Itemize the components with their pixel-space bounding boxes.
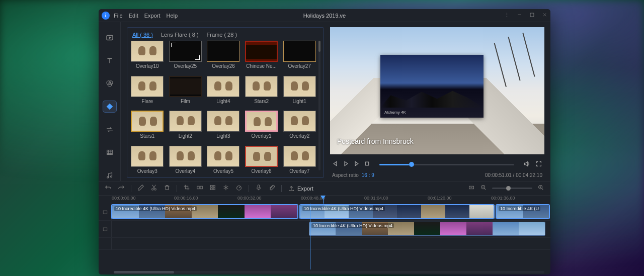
- timeline-tracks: 10 Incredible 4K (Ultra HD) Videos.mp4 1…: [99, 204, 550, 269]
- svg-marker-22: [355, 161, 358, 165]
- menu-edit[interactable]: Edit: [129, 13, 138, 19]
- video-track-2: 10 Incredible 4K (Ultra HD) Videos.mp4: [99, 221, 550, 238]
- timeline-horizontal-scrollbar[interactable]: [99, 269, 550, 274]
- svg-line-40: [542, 189, 543, 190]
- timeline-clip[interactable]: 10 Incredible 4K (Ultra HD) Videos.mp4: [300, 205, 494, 219]
- zoom-slider[interactable]: [492, 188, 532, 189]
- crop-icon[interactable]: [183, 184, 190, 193]
- tab-lens-flare[interactable]: Lens Flare ( 8 ): [161, 32, 199, 38]
- svg-rect-44: [103, 228, 107, 231]
- overlay-item[interactable]: Overlay27: [282, 41, 316, 73]
- svg-rect-28: [211, 186, 213, 188]
- aspect-ratio-value[interactable]: 16 : 9: [362, 172, 374, 178]
- svg-marker-8: [109, 37, 111, 38]
- delete-icon[interactable]: [164, 184, 171, 193]
- undo-icon[interactable]: [105, 184, 112, 193]
- svg-point-25: [154, 189, 156, 191]
- preview-pip-overlay: Alchemy 4K: [380, 55, 484, 118]
- overlay-item[interactable]: Overlay6: [245, 146, 279, 178]
- tab-all[interactable]: All ( 36 ): [132, 32, 153, 38]
- zoom-in-icon[interactable]: [537, 184, 544, 193]
- prev-frame-icon[interactable]: [332, 160, 339, 168]
- fullscreen-icon[interactable]: [535, 160, 542, 169]
- svg-line-37: [485, 189, 486, 190]
- edit-icon[interactable]: [137, 184, 144, 193]
- volume-icon[interactable]: [523, 160, 530, 169]
- aspect-ratio-display: Aspect ratio 16 : 9: [332, 172, 374, 178]
- overlay-item[interactable]: Light1: [282, 76, 316, 108]
- timeline-clip[interactable]: 10 Incredible 4K (Ultra HD) Videos.mp4: [309, 222, 545, 236]
- svg-rect-4: [530, 13, 534, 17]
- overlay-item[interactable]: Overlay3: [130, 146, 165, 178]
- overlay-item[interactable]: Overlay1: [245, 111, 279, 143]
- overlay-item[interactable]: Overlay2: [282, 111, 316, 143]
- menu-file[interactable]: File: [114, 13, 123, 19]
- play-icon[interactable]: [343, 160, 349, 168]
- playhead-line[interactable]: [310, 204, 310, 269]
- zoom-out-icon[interactable]: [480, 184, 487, 193]
- overlay-item[interactable]: Flare: [130, 76, 165, 108]
- overlay-item[interactable]: Overlay5: [206, 146, 240, 178]
- sidebar-overlays-icon[interactable]: [103, 101, 116, 112]
- next-frame-icon[interactable]: [353, 160, 360, 168]
- tab-frame[interactable]: Frame ( 28 ): [207, 32, 237, 38]
- sidebar-elements-icon[interactable]: [103, 147, 116, 158]
- svg-point-1: [507, 15, 507, 15]
- speed-icon[interactable]: [235, 184, 243, 193]
- timeline-clip[interactable]: 10 Incredible 4K (Ultra HD) Videos.mp4: [112, 205, 298, 219]
- overlay-item[interactable]: Light2: [169, 111, 203, 143]
- menu-export[interactable]: Export: [144, 13, 160, 19]
- kebab-menu-icon[interactable]: [504, 12, 510, 19]
- sidebar-media-icon[interactable]: [103, 32, 116, 43]
- zoom-fit-icon[interactable]: [468, 184, 475, 193]
- menu-help[interactable]: Help: [167, 13, 178, 19]
- voiceover-icon[interactable]: [255, 184, 262, 193]
- stop-icon[interactable]: [364, 160, 370, 168]
- track-header-icon[interactable]: [99, 204, 112, 220]
- overlay-item[interactable]: Stars2: [245, 76, 279, 108]
- overlay-item[interactable]: Chinese Ne...: [245, 41, 279, 73]
- sidebar-filters-icon[interactable]: [103, 78, 116, 89]
- split-icon[interactable]: [196, 184, 203, 193]
- overlay-item[interactable]: Stars1: [130, 111, 165, 143]
- maximize-icon[interactable]: [529, 12, 535, 19]
- svg-rect-29: [213, 186, 215, 188]
- export-button[interactable]: Export: [288, 185, 313, 192]
- preview-progress-slider[interactable]: [379, 164, 514, 165]
- overlay-item[interactable]: Overlay10: [130, 41, 165, 73]
- overlay-item[interactable]: Overlay25: [169, 41, 203, 73]
- sidebar-text-icon[interactable]: [103, 55, 116, 66]
- playhead-marker[interactable]: [323, 196, 324, 204]
- svg-marker-21: [345, 161, 348, 165]
- freeze-icon[interactable]: [222, 184, 229, 193]
- attach-icon[interactable]: [268, 184, 275, 193]
- svg-rect-27: [200, 186, 202, 189]
- svg-rect-30: [211, 188, 213, 190]
- mosaic-icon[interactable]: [209, 184, 216, 193]
- overlay-item[interactable]: Overlay26: [206, 41, 240, 73]
- preview-caption-text: Postcard from Innsbruck: [337, 137, 414, 145]
- overlay-item[interactable]: Film: [169, 76, 203, 108]
- timeline-clip[interactable]: 10 Incredible 4K (U: [496, 205, 549, 219]
- timeline-ruler[interactable]: 00:00:00.00 00:00:16.00 00:00:32.00 00:0…: [99, 196, 550, 204]
- overlay-item[interactable]: Overlay7: [282, 146, 316, 178]
- svg-rect-12: [106, 104, 113, 110]
- video-editor-window: i File Edit Export Help Holidays 2019.ve: [99, 9, 550, 274]
- overlay-item[interactable]: Light3: [206, 111, 240, 143]
- overlay-item[interactable]: Light4: [206, 76, 240, 108]
- close-icon[interactable]: [542, 12, 547, 19]
- sidebar-audio-icon[interactable]: [103, 170, 116, 181]
- app-logo-icon: i: [102, 12, 110, 20]
- empty-track: [99, 238, 550, 250]
- window-title: Holidays 2019.ve: [303, 13, 346, 19]
- svg-marker-20: [334, 161, 337, 165]
- minimize-icon[interactable]: [517, 12, 522, 19]
- redo-icon[interactable]: [118, 184, 125, 193]
- svg-point-19: [110, 176, 112, 177]
- overlay-item[interactable]: Overlay4: [169, 146, 203, 178]
- overlay-scrollbar[interactable]: [318, 41, 320, 170]
- cut-icon[interactable]: [150, 184, 157, 193]
- preview-viewport[interactable]: Alchemy 4K Postcard from Innsbruck: [330, 27, 544, 154]
- track-header-icon[interactable]: [99, 221, 112, 237]
- sidebar-transitions-icon[interactable]: [103, 124, 116, 135]
